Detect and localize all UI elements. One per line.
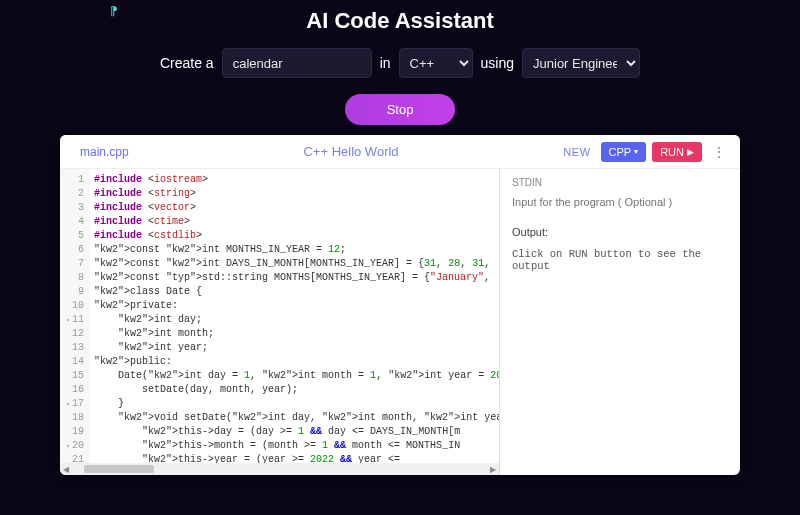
ide-panel: main.cpp C++ Hello World NEW CPP▾ RUN▶ ⋮…: [60, 135, 740, 475]
ide-title: C++ Hello World: [139, 144, 564, 159]
code-area[interactable]: #include <iostream>#include <string>#inc…: [90, 169, 499, 475]
create-label: Create a: [160, 55, 214, 71]
scroll-right-icon[interactable]: ▶: [487, 463, 499, 475]
stdin-label: STDIN: [512, 177, 728, 188]
output-label: Output:: [512, 226, 728, 238]
file-tab[interactable]: main.cpp: [70, 145, 139, 159]
stop-button[interactable]: Stop: [345, 94, 456, 125]
page-title: AI Code Assistant: [306, 8, 493, 34]
scroll-thumb[interactable]: [84, 465, 154, 473]
stdin-input[interactable]: [512, 192, 728, 212]
run-button[interactable]: RUN▶: [652, 142, 702, 162]
language-button[interactable]: CPP▾: [601, 142, 647, 162]
output-text: Click on RUN button to see the output: [512, 248, 728, 272]
output-pane: STDIN Output: Click on RUN button to see…: [500, 169, 740, 475]
horizontal-scrollbar[interactable]: ◀ ▶: [60, 463, 499, 475]
new-link[interactable]: NEW: [563, 146, 590, 158]
line-gutter: 12345678910▸111213141516▸171819▸202122▸2…: [60, 169, 90, 475]
language-select[interactable]: C++: [399, 48, 473, 78]
ide-header: main.cpp C++ Hello World NEW CPP▾ RUN▶ ⋮: [60, 135, 740, 169]
in-label: in: [380, 55, 391, 71]
role-select[interactable]: Junior Engineer: [522, 48, 640, 78]
scroll-left-icon[interactable]: ◀: [60, 463, 72, 475]
play-icon: ▶: [687, 147, 694, 157]
pin-icon: ⁋: [110, 4, 118, 18]
chevron-down-icon: ▾: [634, 147, 638, 156]
prompt-row: Create a in C++ using Junior Engineer: [160, 48, 640, 78]
more-button[interactable]: ⋮: [708, 144, 730, 160]
using-label: using: [481, 55, 514, 71]
editor-pane[interactable]: 12345678910▸111213141516▸171819▸202122▸2…: [60, 169, 500, 475]
prompt-input[interactable]: [222, 48, 372, 78]
